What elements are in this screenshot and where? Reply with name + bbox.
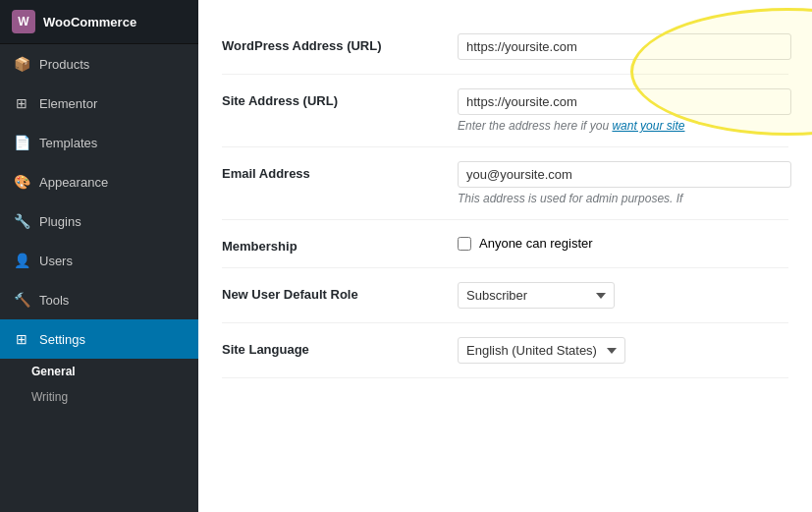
email-control: This address is used for admin purposes.… xyxy=(458,161,791,205)
sidebar-item-label: Elementor xyxy=(39,96,97,111)
default-role-label: New User Default Role xyxy=(222,282,458,302)
settings-panel: WordPress Address (URL) Site Address (UR… xyxy=(198,0,812,512)
users-icon: 👤 xyxy=(12,251,31,270)
default-role-row: New User Default Role Subscriber Contrib… xyxy=(222,268,788,323)
email-input[interactable] xyxy=(458,161,791,188)
wp-address-label: WordPress Address (URL) xyxy=(222,33,458,53)
sidebar-item-templates[interactable]: 📄 Templates xyxy=(0,123,198,162)
sidebar-item-appearance[interactable]: 🎨 Appearance xyxy=(0,162,198,201)
sidebar-item-label: Plugins xyxy=(39,214,81,229)
default-role-select[interactable]: Subscriber Contributor Author Editor Adm… xyxy=(458,282,615,309)
site-language-row: Site Language English (United States) En… xyxy=(222,323,788,378)
sidebar: W WooCommerce 📦 Products ⊞ Elementor 📄 T… xyxy=(0,0,198,512)
sidebar-item-products[interactable]: 📦 Products xyxy=(0,44,198,84)
settings-icon: ⊞ xyxy=(12,329,31,349)
main-content: WordPress Address (URL) Site Address (UR… xyxy=(198,0,812,512)
site-address-row: Site Address (URL) Enter the address her… xyxy=(222,75,788,147)
plugins-icon: 🔧 xyxy=(12,211,31,231)
elementor-icon: ⊞ xyxy=(12,93,31,113)
site-address-control: Enter the address here if you want your … xyxy=(458,88,791,133)
site-address-label: Site Address (URL) xyxy=(222,88,458,108)
woocommerce-icon: W xyxy=(12,10,35,33)
membership-label: Membership xyxy=(222,234,458,254)
tools-icon: 🔨 xyxy=(12,290,31,310)
sub-item-label: Writing xyxy=(31,390,68,404)
sidebar-item-tools[interactable]: 🔨 Tools xyxy=(0,280,198,319)
sidebar-item-label: Settings xyxy=(39,332,85,347)
membership-row: Membership Anyone can register xyxy=(222,220,788,268)
sidebar-item-elementor[interactable]: ⊞ Elementor xyxy=(0,84,198,123)
wp-address-row: WordPress Address (URL) xyxy=(222,20,788,75)
membership-checkbox-row: Anyone can register xyxy=(458,236,788,251)
sidebar-item-label: Templates xyxy=(39,136,97,150)
email-label: Email Address xyxy=(222,161,458,181)
wp-address-input[interactable] xyxy=(458,33,791,60)
sidebar-sub-item-writing[interactable]: Writing xyxy=(0,384,198,410)
site-address-input[interactable] xyxy=(458,88,791,115)
site-language-control: English (United States) English (UK) Spa… xyxy=(458,337,788,364)
site-language-label: Site Language xyxy=(222,337,458,357)
email-row: Email Address This address is used for a… xyxy=(222,147,788,220)
sidebar-item-plugins[interactable]: 🔧 Plugins xyxy=(0,201,198,241)
membership-checkbox[interactable] xyxy=(458,237,471,251)
membership-control: Anyone can register xyxy=(458,234,788,251)
site-address-hint-link[interactable]: want your site xyxy=(612,119,684,133)
sidebar-brand[interactable]: W WooCommerce xyxy=(0,0,198,44)
templates-icon: 📄 xyxy=(12,133,31,152)
sidebar-item-label: Tools xyxy=(39,293,69,308)
sidebar-item-label: Appearance xyxy=(39,175,108,190)
sub-item-label: General xyxy=(31,365,76,378)
sidebar-item-settings[interactable]: ⊞ Settings xyxy=(0,319,198,359)
sidebar-item-label: Users xyxy=(39,254,73,268)
wp-address-control xyxy=(458,33,791,60)
site-language-select[interactable]: English (United States) English (UK) Spa… xyxy=(458,337,625,364)
email-hint: This address is used for admin purposes.… xyxy=(458,192,791,205)
products-icon: 📦 xyxy=(12,54,31,74)
sidebar-sub-item-general[interactable]: General xyxy=(0,359,198,384)
sidebar-brand-label: WooCommerce xyxy=(43,15,136,29)
default-role-control: Subscriber Contributor Author Editor Adm… xyxy=(458,282,788,309)
membership-checkbox-label: Anyone can register xyxy=(479,236,593,251)
site-address-hint: Enter the address here if you want your … xyxy=(458,119,791,133)
sidebar-item-users[interactable]: 👤 Users xyxy=(0,241,198,280)
sidebar-item-label: Products xyxy=(39,57,89,72)
appearance-icon: 🎨 xyxy=(12,172,31,192)
